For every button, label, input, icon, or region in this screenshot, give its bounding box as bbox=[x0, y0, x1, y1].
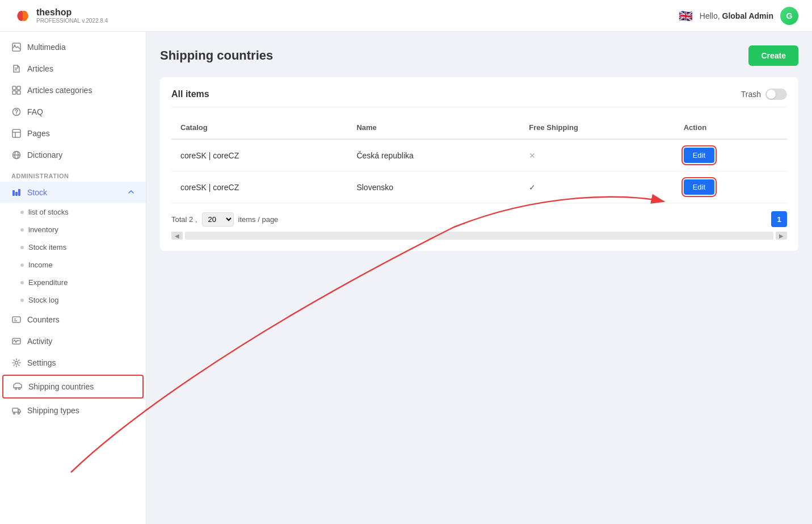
sidebar-item-label: FAQ bbox=[27, 107, 43, 116]
stock-child-label: inventory bbox=[28, 225, 58, 234]
stock-icon bbox=[11, 187, 22, 198]
svg-point-30 bbox=[18, 413, 20, 414]
logo-icon bbox=[14, 7, 32, 25]
sidebar-item-articles[interactable]: Articles bbox=[0, 58, 146, 79]
user-avatar[interactable]: G bbox=[780, 7, 798, 25]
page-number-button[interactable]: 1 bbox=[771, 211, 787, 227]
page-title: Shipping countries bbox=[160, 48, 273, 63]
cell-name: Česká republika bbox=[347, 139, 520, 171]
sidebar-item-label: Settings bbox=[27, 358, 56, 367]
sidebar-item-pages[interactable]: Pages bbox=[0, 123, 146, 144]
pagination-left: Total 2 , 20 10 50 100 items / page bbox=[171, 212, 278, 227]
dot-icon bbox=[20, 246, 24, 249]
cell-action: Edit bbox=[675, 171, 787, 203]
sidebar-item-counters[interactable]: Counters bbox=[0, 309, 146, 330]
dot-icon bbox=[20, 281, 24, 284]
sidebar-item-shipping-types[interactable]: Shipping types bbox=[0, 400, 146, 421]
sidebar-item-activity[interactable]: Activity bbox=[0, 330, 146, 352]
sidebar-item-stock-items[interactable]: Stock items bbox=[0, 238, 146, 256]
app-version: PROFESSIONAL v.2022.8.4 bbox=[36, 18, 108, 24]
sidebar-item-label: Pages bbox=[27, 129, 50, 138]
svg-rect-5 bbox=[17, 86, 20, 90]
svg-rect-10 bbox=[12, 129, 20, 137]
create-button[interactable]: Create bbox=[748, 45, 798, 66]
scroll-right-arrow[interactable]: ▶ bbox=[776, 232, 787, 240]
sidebar-item-multimedia[interactable]: Multimedia bbox=[0, 36, 146, 58]
layout-icon bbox=[11, 128, 22, 139]
cell-catalog: coreSK | coreCZ bbox=[171, 139, 347, 171]
stock-child-label: Income bbox=[28, 261, 53, 269]
per-page-select[interactable]: 20 10 50 100 bbox=[202, 212, 234, 227]
edit-button-row2[interactable]: Edit bbox=[684, 179, 714, 195]
svg-rect-6 bbox=[12, 91, 16, 94]
scroll-left-arrow[interactable]: ◀ bbox=[171, 232, 183, 240]
shipping-types-icon bbox=[11, 405, 22, 416]
sidebar-item-label: Dictionary bbox=[27, 150, 62, 160]
settings-icon bbox=[11, 358, 22, 368]
sidebar-item-label: Articles categories bbox=[27, 86, 92, 95]
trash-label: Trash bbox=[741, 90, 761, 99]
top-bar: theshop PROFESSIONAL v.2022.8.4 🇬🇧 Hello… bbox=[0, 0, 812, 32]
sidebar-item-label: Articles bbox=[27, 64, 53, 73]
x-icon: ✕ bbox=[529, 151, 536, 160]
total-label: Total 2 , bbox=[171, 215, 197, 224]
globe-icon bbox=[11, 150, 22, 160]
counter-icon bbox=[11, 315, 22, 325]
sidebar-item-stock[interactable]: Stock bbox=[0, 182, 146, 203]
col-catalog: Catalog bbox=[171, 116, 347, 139]
svg-rect-28 bbox=[12, 408, 18, 412]
language-flag[interactable]: 🇬🇧 bbox=[679, 9, 693, 23]
top-right: 🇬🇧 Hello, Global Admin G bbox=[679, 7, 798, 25]
app-name: theshop bbox=[36, 7, 108, 18]
sidebar-item-articles-categories[interactable]: Articles categories bbox=[0, 79, 146, 101]
col-action: Action bbox=[675, 116, 787, 139]
table-header-row: Catalog Name Free Shipping Action bbox=[171, 116, 787, 139]
svg-rect-18 bbox=[18, 189, 20, 196]
dot-icon bbox=[20, 299, 24, 302]
cell-catalog: coreSK | coreCZ bbox=[171, 171, 347, 203]
svg-rect-16 bbox=[12, 190, 15, 196]
stock-child-label: Stock log bbox=[28, 296, 58, 304]
pagination-area: Total 2 , 20 10 50 100 items / page 1 bbox=[171, 211, 787, 227]
grid-icon bbox=[11, 85, 22, 95]
sidebar-item-income[interactable]: Income bbox=[0, 256, 146, 274]
sidebar-item-settings[interactable]: Settings bbox=[0, 352, 146, 374]
table-row: coreSK | coreCZ Slovensko ✓ Edit bbox=[171, 171, 787, 203]
cell-free-shipping: ✓ bbox=[520, 171, 674, 203]
sidebar-item-list-of-stocks[interactable]: list of stocks bbox=[0, 203, 146, 221]
items-per-page-label: items / page bbox=[238, 215, 279, 224]
stock-child-label: Expenditure bbox=[28, 278, 68, 287]
svg-point-9 bbox=[16, 114, 17, 115]
svg-rect-7 bbox=[17, 91, 20, 94]
main-content: Shipping countries Create All items Tras… bbox=[146, 32, 812, 524]
col-free-shipping: Free Shipping bbox=[520, 116, 674, 139]
stock-label: Stock bbox=[27, 188, 47, 197]
trash-toggle[interactable] bbox=[765, 89, 787, 100]
card-title: All items bbox=[171, 89, 209, 99]
check-icon: ✓ bbox=[529, 183, 536, 192]
help-circle-icon bbox=[11, 107, 22, 117]
svg-rect-19 bbox=[12, 317, 20, 322]
file-icon bbox=[11, 64, 22, 74]
svg-point-29 bbox=[14, 413, 15, 414]
stock-child-label: list of stocks bbox=[28, 208, 69, 216]
sidebar-item-stock-log[interactable]: Stock log bbox=[0, 291, 146, 309]
image-icon bbox=[11, 42, 22, 52]
sidebar-item-expenditure[interactable]: Expenditure bbox=[0, 274, 146, 291]
admin-section-label: ADMINISTRATION bbox=[0, 166, 146, 182]
dot-icon bbox=[20, 211, 24, 214]
sidebar-item-faq[interactable]: FAQ bbox=[0, 101, 146, 123]
table-row: coreSK | coreCZ Česká republika ✕ Edit bbox=[171, 139, 787, 171]
items-table: Catalog Name Free Shipping Action coreSK… bbox=[171, 116, 787, 203]
activity-icon bbox=[11, 336, 22, 346]
sidebar-item-shipping-countries[interactable]: Shipping countries bbox=[2, 375, 144, 399]
svg-point-27 bbox=[15, 362, 18, 364]
dot-icon bbox=[20, 228, 24, 232]
trash-area: Trash bbox=[741, 89, 787, 100]
edit-button-row1[interactable]: Edit bbox=[684, 148, 714, 163]
sidebar-item-dictionary[interactable]: Dictionary bbox=[0, 144, 146, 166]
scroll-track[interactable] bbox=[185, 232, 773, 240]
sidebar-item-inventory[interactable]: inventory bbox=[0, 221, 146, 238]
shipping-icon bbox=[12, 382, 23, 392]
chevron-up-icon bbox=[128, 188, 134, 197]
